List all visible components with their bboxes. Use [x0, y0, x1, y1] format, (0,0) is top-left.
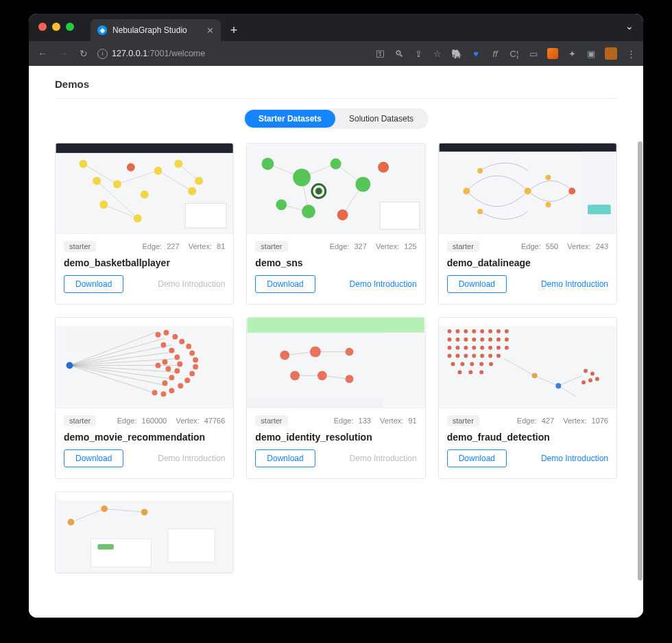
svg-line-135	[504, 359, 535, 376]
svg-point-70	[160, 391, 166, 397]
key-icon[interactable]: ⚿	[374, 48, 385, 59]
card-stats: Edge: 327 Vertex: 125	[327, 242, 417, 250]
svg-point-61	[179, 339, 184, 344]
download-button[interactable]: Download	[255, 449, 315, 467]
svg-point-25	[262, 158, 274, 170]
svg-rect-37	[582, 152, 616, 233]
svg-point-116	[480, 346, 484, 350]
site-info-icon[interactable]: i	[97, 49, 108, 59]
share-icon[interactable]: ⇪	[413, 48, 424, 59]
demo-intro-link[interactable]: Demo Introduction	[350, 279, 417, 289]
svg-point-73	[169, 348, 174, 353]
extensions-icon[interactable]: ✦	[566, 48, 577, 59]
page-body: Demos Starter Datasets Solution Datasets	[29, 66, 643, 618]
address-bar[interactable]: i 127.0.0.1:7001/welcome	[97, 49, 205, 59]
panel-icon[interactable]: ▣	[586, 48, 597, 59]
card-thumbnail	[56, 492, 233, 573]
download-button[interactable]: Download	[64, 449, 123, 467]
demo-card	[55, 491, 234, 574]
svg-point-125	[488, 354, 492, 358]
svg-point-60	[172, 334, 178, 340]
svg-point-72	[160, 342, 166, 348]
svg-point-97	[455, 329, 459, 334]
svg-point-11	[99, 200, 108, 209]
svg-point-27	[331, 159, 341, 169]
svg-point-106	[464, 338, 468, 342]
window-minimize-button[interactable]	[52, 23, 60, 31]
svg-point-142	[590, 371, 595, 375]
svg-line-47	[69, 331, 158, 366]
browser-tabstrip: ◆ NebulaGraph Studio ✕ + ⌄	[29, 14, 643, 41]
svg-point-145	[595, 377, 599, 381]
svg-point-93	[346, 375, 354, 383]
extension-orange-icon[interactable]	[547, 48, 558, 59]
svg-point-71	[152, 390, 158, 395]
svg-point-40	[568, 188, 575, 195]
svg-point-108	[480, 338, 484, 342]
card-badge: starter	[255, 415, 287, 426]
svg-rect-94	[248, 398, 383, 408]
svg-point-38	[463, 188, 470, 195]
browser-window: ◆ NebulaGraph Studio ✕ + ⌄ ← → ↻ i 127.0…	[29, 14, 643, 618]
tab-starter-datasets[interactable]: Starter Datasets	[245, 110, 335, 128]
profile-avatar[interactable]	[605, 47, 617, 60]
svg-rect-146	[58, 492, 232, 500]
forward-button[interactable]: →	[56, 48, 70, 59]
svg-point-68	[178, 383, 183, 388]
kebab-menu-icon[interactable]: ⋮	[625, 48, 636, 59]
svg-point-105	[455, 338, 459, 342]
back-button[interactable]: ←	[36, 48, 49, 59]
demo-card: starter Edge: 133 Vertex: 91 demo_identi…	[246, 317, 425, 479]
demo-card: starter Edge: 550 Vertex: 243 demo_datal…	[438, 143, 617, 305]
card-title: demo_sns	[247, 255, 424, 275]
reload-button[interactable]: ↻	[77, 48, 91, 59]
svg-point-57	[67, 362, 73, 369]
card-stats: Edge: 133 Vertex: 91	[331, 417, 417, 425]
new-tab-button[interactable]: +	[225, 21, 243, 39]
search-icon[interactable]: 🔍︎	[394, 48, 405, 59]
svg-point-43	[545, 175, 551, 180]
svg-point-122	[464, 354, 468, 358]
download-button[interactable]: Download	[255, 275, 315, 293]
close-icon[interactable]: ✕	[206, 25, 214, 36]
card-badge: starter	[447, 415, 479, 426]
window-close-button[interactable]	[38, 23, 47, 31]
browser-tab[interactable]: ◆ NebulaGraph Studio ✕	[91, 19, 221, 41]
demo-intro-link: Demo Introduction	[158, 279, 225, 289]
svg-line-2	[117, 171, 158, 185]
demo-intro-link[interactable]: Demo Introduction	[541, 279, 608, 289]
svg-line-151	[104, 508, 145, 512]
svg-rect-35	[380, 202, 420, 229]
card-thumbnail	[56, 143, 233, 234]
svg-line-3	[158, 171, 193, 191]
svg-line-4	[104, 204, 138, 218]
bookmark-icon[interactable]: ☆	[432, 48, 443, 59]
card-thumbnail	[247, 318, 424, 408]
download-button[interactable]: Download	[64, 275, 123, 293]
extension-chat-icon[interactable]: ▭	[528, 48, 539, 59]
extension-c-icon[interactable]: C¦	[509, 48, 520, 59]
svg-point-117	[488, 346, 492, 350]
svg-point-74	[174, 355, 180, 360]
svg-point-143	[588, 378, 592, 382]
scrollbar[interactable]	[638, 141, 643, 581]
tab-solution-datasets[interactable]: Solution Datasets	[335, 110, 427, 128]
svg-point-44	[545, 202, 551, 207]
card-badge: starter	[64, 241, 96, 252]
svg-point-9	[154, 167, 163, 175]
download-button[interactable]: Download	[447, 275, 507, 293]
svg-point-65	[193, 364, 198, 369]
chevron-down-icon[interactable]: ⌄	[625, 21, 634, 32]
extension-f-icon[interactable]: ff	[490, 48, 501, 59]
extension-evernote-icon[interactable]: 🐘	[451, 48, 462, 59]
svg-point-69	[169, 388, 174, 393]
extension-blue-icon[interactable]: ♥	[470, 48, 481, 59]
svg-point-154	[141, 508, 148, 515]
demo-intro-link[interactable]: Demo Introduction	[541, 454, 608, 463]
window-zoom-button[interactable]	[66, 23, 74, 31]
svg-point-100	[480, 329, 484, 334]
svg-point-13	[93, 177, 101, 185]
download-button[interactable]: Download	[447, 449, 507, 467]
card-thumbnail	[439, 143, 616, 234]
card-thumbnail	[247, 143, 424, 234]
